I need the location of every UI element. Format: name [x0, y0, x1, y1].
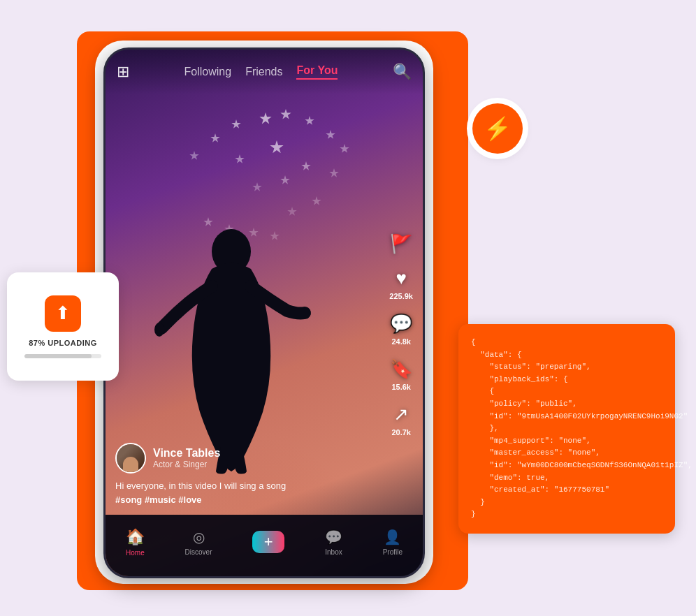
- user-avatar[interactable]: [115, 443, 146, 474]
- tab-friends[interactable]: Friends: [245, 66, 282, 78]
- sparkle: [305, 116, 314, 126]
- grid-icon[interactable]: ⊞: [117, 63, 129, 81]
- sparkle: [280, 109, 291, 120]
- nav-discover[interactable]: ◎ Discover: [185, 529, 212, 556]
- upload-icon-box: ⬆: [45, 295, 81, 332]
- profile-icon: 👤: [384, 529, 401, 545]
- discover-icon: ◎: [193, 529, 205, 545]
- bottom-nav: 🏠 Home ◎ Discover + 💬 Inbox 👤 Profile: [106, 515, 423, 576]
- home-label: Home: [126, 549, 145, 557]
- share-icon: ↗: [393, 404, 409, 425]
- caption-text: Hi everyone, in this video I will sing a…: [115, 481, 286, 491]
- like-count: 225.9k: [389, 292, 413, 300]
- sparkle: [270, 140, 284, 154]
- flag-action[interactable]: 🚩: [390, 233, 412, 255]
- upload-icon: ⬆: [55, 302, 71, 324]
- home-icon: 🏠: [126, 528, 145, 546]
- upload-progress-bar: [24, 354, 101, 358]
- bookmark-icon: 🔖: [390, 358, 412, 380]
- code-content: { "data": { "status": "preparing", "play…: [471, 337, 662, 521]
- user-info: Vince Tables Actor & Singer: [153, 447, 220, 469]
- phone-top-nav: ⊞ Following Friends For You 🔍: [106, 50, 423, 94]
- hashtags: #song #music #love: [115, 494, 202, 505]
- avatar-head: [123, 457, 138, 472]
- tab-for-you[interactable]: For You: [296, 64, 338, 80]
- video-caption: Hi everyone, in this video I will sing a…: [115, 479, 286, 506]
- sparkle: [231, 119, 241, 129]
- share-action[interactable]: ↗ 20.7k: [391, 404, 411, 437]
- bookmark-count: 15.6k: [391, 383, 411, 391]
- sparkle: [340, 144, 349, 154]
- code-card: { "data": { "status": "preparing", "play…: [458, 324, 675, 534]
- share-count: 20.7k: [391, 428, 411, 437]
- bookmark-action[interactable]: 🔖 15.6k: [390, 358, 412, 391]
- phone-content: ⊞ Following Friends For You 🔍 🚩 ♥ 225.9k…: [106, 50, 423, 576]
- nav-create[interactable]: +: [252, 531, 284, 553]
- nav-tabs: Following Friends For You: [184, 64, 338, 80]
- lightning-badge: ⚡: [472, 103, 523, 154]
- phone-mockup: ⊞ Following Friends For You 🔍 🚩 ♥ 225.9k…: [103, 47, 425, 578]
- sparkle: [280, 175, 290, 185]
- heart-icon: ♥: [396, 267, 406, 289]
- upload-label: 87% UPLOADING: [29, 339, 97, 347]
- plus-icon: +: [264, 533, 273, 551]
- like-action[interactable]: ♥ 225.9k: [389, 267, 413, 300]
- inbox-icon: 💬: [325, 529, 342, 545]
- discover-label: Discover: [185, 548, 212, 556]
- nav-inbox[interactable]: 💬 Inbox: [325, 529, 342, 556]
- tab-following[interactable]: Following: [184, 66, 232, 78]
- comment-icon: 💬: [390, 313, 412, 335]
- video-actions: 🚩 ♥ 225.9k 💬 24.8k 🔖 15.6k ↗ 20.7k: [389, 233, 413, 437]
- inbox-label: Inbox: [325, 548, 342, 556]
- nav-home[interactable]: 🏠 Home: [126, 528, 145, 557]
- upload-card: ⬆ 87% UPLOADING: [7, 272, 119, 381]
- comment-count: 24.8k: [391, 337, 411, 346]
- avatar-inner: [117, 444, 145, 472]
- video-info: Vince Tables Actor & Singer Hi everyone,…: [115, 443, 286, 506]
- sparkle: [329, 168, 339, 178]
- profile-label: Profile: [383, 548, 403, 556]
- sparkle: [252, 182, 262, 192]
- performer-silhouette: [140, 210, 322, 475]
- sparkle: [259, 112, 272, 125]
- username: Vince Tables: [153, 447, 220, 460]
- sparkle: [301, 161, 311, 171]
- sparkle: [189, 151, 199, 161]
- sparkle: [235, 154, 245, 164]
- search-icon[interactable]: 🔍: [393, 63, 412, 81]
- comment-action[interactable]: 💬 24.8k: [390, 313, 412, 346]
- sparkle: [326, 130, 335, 140]
- flag-icon: 🚩: [390, 233, 412, 255]
- create-button[interactable]: +: [252, 531, 284, 553]
- sparkle: [210, 133, 220, 143]
- lightning-icon: ⚡: [484, 115, 512, 142]
- sparkle: [312, 196, 321, 206]
- nav-profile[interactable]: 👤 Profile: [383, 529, 403, 556]
- svg-point-1: [154, 323, 164, 337]
- user-row: Vince Tables Actor & Singer: [115, 443, 286, 474]
- user-title: Actor & Singer: [153, 460, 220, 469]
- upload-progress-fill: [24, 354, 92, 358]
